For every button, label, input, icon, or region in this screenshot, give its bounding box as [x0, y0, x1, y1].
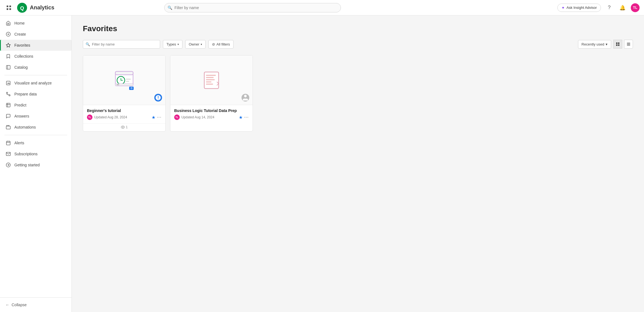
svg-rect-45	[206, 84, 213, 85]
sidebar-item-prepare[interactable]: Prepare data	[0, 89, 71, 100]
sidebar-label-collections: Collections	[14, 54, 33, 58]
predict-icon	[6, 102, 11, 108]
home-icon	[6, 20, 11, 26]
card-views-count-1: 1	[126, 125, 128, 129]
page-title: Favorites	[83, 24, 633, 33]
collapse-label: Collapse	[12, 303, 26, 307]
sort-dropdown-button[interactable]: Recently used ▾	[578, 40, 611, 49]
svg-rect-22	[616, 42, 618, 44]
svg-rect-43	[206, 79, 215, 80]
filter-by-name-input[interactable]	[83, 40, 160, 49]
sidebar-label-favorites: Favorites	[14, 43, 30, 47]
svg-point-46	[244, 95, 247, 97]
sidebar-item-automations[interactable]: Automations	[0, 122, 71, 133]
sidebar-item-answers[interactable]: Answers	[0, 111, 71, 122]
grid-view-button[interactable]	[613, 40, 622, 49]
sidebar-item-create[interactable]: Create	[0, 29, 71, 40]
sidebar-label-answers: Answers	[14, 114, 29, 118]
sidebar-item-getting-started[interactable]: Getting started	[0, 159, 71, 170]
sidebar-item-favorites[interactable]: Favorites	[0, 40, 71, 51]
card-views-1: 1	[83, 123, 165, 131]
catalog-icon	[6, 65, 11, 70]
owner-filter-button[interactable]: Owner ▾	[185, 40, 206, 49]
svg-text:⚙: ⚙	[130, 87, 133, 90]
list-view-button[interactable]	[624, 40, 633, 49]
sidebar-label-create: Create	[14, 32, 26, 36]
sidebar-item-subscriptions[interactable]: Subscriptions	[0, 148, 71, 159]
sidebar-label-home: Home	[14, 21, 25, 25]
svg-marker-9	[6, 43, 10, 47]
avatar[interactable]: TL	[631, 3, 640, 12]
app-name: Analytics	[30, 4, 54, 11]
top-bar: Q Analytics 🔍 ✦ Ask Insight Advisor ? 🔔 …	[0, 0, 644, 15]
svg-rect-35	[116, 84, 119, 85]
card-beginners-tutorial[interactable]: ⚙ Beginner's tutorial TL Updated Aug 28,…	[83, 55, 166, 132]
svg-point-13	[6, 92, 8, 94]
svg-rect-44	[206, 81, 211, 82]
card-title-2: Business Logic Tutorial Data Prep	[174, 108, 249, 113]
grid-menu-icon[interactable]	[4, 3, 13, 12]
card-star-1[interactable]: ★	[152, 115, 155, 120]
all-filters-button[interactable]: ⊘ All filters	[208, 40, 234, 49]
sidebar-item-catalog[interactable]: Catalog	[0, 62, 71, 73]
all-filters-label: All filters	[216, 42, 230, 46]
help-icon[interactable]: ?	[604, 3, 614, 13]
notifications-icon[interactable]: 🔔	[618, 3, 627, 13]
card-actions-2: ★ ···	[239, 115, 249, 120]
sidebar-item-visualize[interactable]: Visualize and analyze	[0, 78, 71, 89]
sidebar-label-getting-started: Getting started	[14, 163, 40, 167]
sidebar-item-home[interactable]: Home	[0, 18, 71, 29]
sidebar-divider-1	[4, 75, 67, 75]
search-icon: 🔍	[168, 6, 172, 10]
svg-rect-16	[6, 141, 10, 145]
view-controls: Recently used ▾	[578, 40, 633, 49]
svg-rect-33	[126, 81, 129, 82]
sparkle-icon: ✦	[561, 6, 565, 10]
svg-point-39	[122, 127, 123, 128]
sidebar-bottom: ← Collapse	[0, 297, 71, 312]
svg-rect-24	[616, 44, 618, 46]
card-thumbnail-1: ⚙	[83, 55, 165, 105]
svg-rect-28	[627, 45, 630, 46]
sidebar-label-alerts: Alerts	[14, 141, 24, 145]
svg-rect-26	[627, 43, 630, 43]
svg-rect-1	[9, 6, 11, 7]
svg-rect-3	[9, 8, 11, 10]
automations-icon	[6, 124, 11, 130]
svg-text:Q: Q	[20, 5, 24, 11]
search-input[interactable]	[164, 3, 341, 12]
card-footer-1: Beginner's tutorial TL Updated Aug 28, 2…	[83, 105, 165, 123]
alerts-icon	[6, 140, 11, 146]
svg-rect-27	[627, 44, 630, 44]
filter-funnel-icon: ⊘	[212, 42, 215, 46]
sidebar-item-predict[interactable]: Predict	[0, 100, 71, 111]
card-footer-2: Business Logic Tutorial Data Prep TL Upd…	[170, 105, 253, 123]
svg-rect-2	[7, 8, 8, 10]
card-business-logic[interactable]: Business Logic Tutorial Data Prep TL Upd…	[170, 55, 253, 132]
card-thumbnail-2	[170, 55, 253, 105]
sidebar-item-alerts[interactable]: Alerts	[0, 137, 71, 148]
sidebar-label-predict: Predict	[14, 103, 26, 107]
card-avatar-1: TL	[87, 114, 92, 120]
favorites-icon	[6, 42, 11, 48]
sidebar-label-automations: Automations	[14, 125, 36, 129]
qlik-logo: Q	[17, 2, 28, 13]
card-more-2[interactable]: ···	[244, 115, 249, 120]
types-chevron-icon: ▾	[177, 43, 179, 46]
insight-advisor-button[interactable]: ✦ Ask Insight Advisor	[557, 4, 601, 12]
card-updated-2: Updated Aug 14, 2024	[181, 115, 237, 119]
sidebar-divider-2	[4, 135, 67, 135]
card-star-2[interactable]: ★	[239, 115, 243, 120]
card-more-1[interactable]: ···	[157, 115, 161, 120]
collapse-icon: ←	[6, 303, 9, 307]
collapse-button[interactable]: ← Collapse	[0, 300, 71, 310]
answers-icon	[6, 113, 11, 119]
sidebar-label-prepare: Prepare data	[14, 92, 37, 96]
svg-rect-41	[206, 75, 216, 76]
sidebar-item-collections[interactable]: Collections	[0, 51, 71, 62]
card-updated-1: Updated Aug 28, 2024	[94, 115, 150, 119]
prepare-icon	[6, 91, 11, 97]
types-filter-button[interactable]: Types ▾	[163, 40, 182, 49]
filters-bar: 🔍 Types ▾ Owner ▾ ⊘ All filters R	[83, 40, 633, 49]
filter-by-name-container: 🔍	[83, 40, 160, 49]
